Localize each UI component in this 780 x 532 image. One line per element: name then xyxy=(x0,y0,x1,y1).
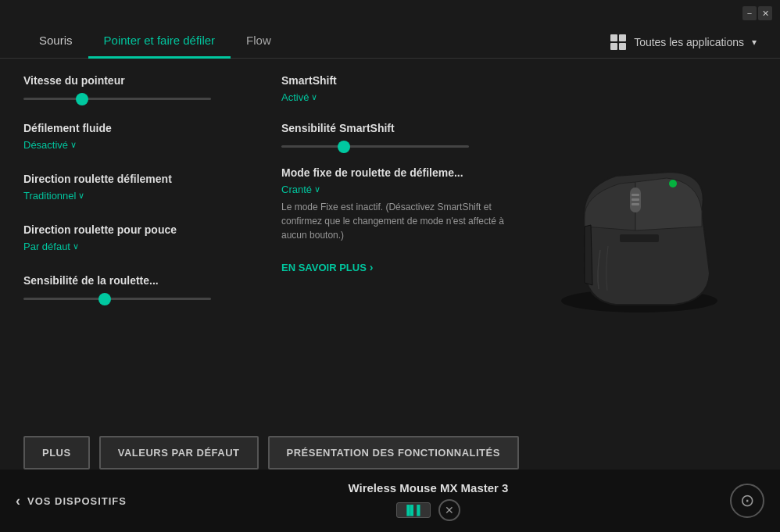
fluid-scroll-chevron-icon: ∨ xyxy=(70,140,77,150)
tab-pointer[interactable]: Pointer et faire défiler xyxy=(88,24,231,59)
svg-rect-9 xyxy=(620,234,659,242)
svg-point-8 xyxy=(669,180,677,187)
svg-rect-3 xyxy=(632,198,639,201)
scroll-sensitivity-group: Sensibilité de la roulette... xyxy=(23,274,266,300)
back-label: VOS DISPOSITIFS xyxy=(27,495,127,507)
pointer-speed-slider[interactable] xyxy=(23,98,211,100)
pointer-speed-thumb[interactable] xyxy=(76,93,88,105)
learn-more-label: EN SAVOIR PLUS xyxy=(281,262,367,273)
back-button[interactable]: ‹ VOS DISPOSITIFS xyxy=(16,493,127,509)
reset-button[interactable]: VALEURS PAR DÉFAUT xyxy=(99,436,259,470)
fluid-scroll-group: Défilement fluide Désactivé ∨ xyxy=(23,122,266,151)
close-button[interactable]: ✕ xyxy=(758,6,772,20)
presentation-button[interactable]: PRÉSENTATION DES FONCTIONNALITÉS xyxy=(268,436,519,470)
svg-rect-2 xyxy=(632,194,639,196)
device-name: Wireless Mouse MX Master 3 xyxy=(349,481,509,495)
scroll-sensitivity-thumb[interactable] xyxy=(98,293,111,305)
mouse-svg xyxy=(538,156,741,328)
scroll-direction-value[interactable]: Traditionnel ∨ xyxy=(23,190,266,202)
scroll-sensitivity-slider[interactable] xyxy=(23,298,211,300)
device-icons: ▐▌▌ ✕ xyxy=(396,499,460,521)
fixed-mode-info: Le mode Fixe est inactif. (Désactivez Sm… xyxy=(281,200,516,242)
scroll-direction-chevron-icon: ∨ xyxy=(78,191,84,201)
smartshift-chevron-icon: ∨ xyxy=(311,92,317,102)
thumb-wheel-dir-chevron-icon: ∨ xyxy=(73,241,79,252)
fixed-mode-chevron-icon: ∨ xyxy=(314,184,320,195)
smartshift-value[interactable]: Activé ∨ xyxy=(281,91,757,103)
thumb-wheel-dir-label: Direction roulette pour pouce xyxy=(23,223,266,236)
bottom-buttons: PLUS VALEURS PAR DÉFAUT PRÉSENTATION DES… xyxy=(23,436,519,470)
smartshift-sens-group: Sensibilité SmartShift xyxy=(281,122,757,148)
mouse-illustration-area xyxy=(538,156,757,344)
pointer-speed-group: Vitesse du pointeur xyxy=(23,74,266,100)
scroll-direction-label: Direction roulette défilement xyxy=(23,173,266,185)
tab-souris[interactable]: Souris xyxy=(23,24,88,59)
title-bar: − ✕ xyxy=(735,0,780,27)
avatar-icon: ⊙ xyxy=(740,491,754,511)
smartshift-sensitivity-thumb[interactable] xyxy=(338,141,350,153)
battery-icon: ▐▌▌ xyxy=(396,502,431,518)
scroll-sensitivity-label: Sensibilité de la roulette... xyxy=(23,274,266,287)
svg-rect-4 xyxy=(632,203,639,205)
thumb-wheel-dir-group: Direction roulette pour pouce Par défaut… xyxy=(23,223,266,252)
footer: ‹ VOS DISPOSITIFS Wireless Mouse MX Mast… xyxy=(0,470,780,532)
avatar[interactable]: ⊙ xyxy=(730,484,764,518)
fluid-scroll-value[interactable]: Désactivé ∨ xyxy=(23,139,266,151)
back-arrow-icon: ‹ xyxy=(16,493,21,509)
smartshift-label: SmartShift xyxy=(281,74,757,87)
thumb-wheel-dir-value[interactable]: Par défaut ∨ xyxy=(23,241,266,252)
nav-right: Toutes les applications ▾ xyxy=(610,34,757,58)
top-nav: Souris Pointer et faire défiler Flow Tou… xyxy=(0,0,780,59)
grid-icon xyxy=(610,34,626,50)
pointer-speed-label: Vitesse du pointeur xyxy=(23,74,266,87)
fluid-scroll-label: Défilement fluide xyxy=(23,122,266,134)
smartshift-sensitivity-slider[interactable] xyxy=(281,145,469,148)
scroll-direction-group: Direction roulette défilement Traditionn… xyxy=(23,173,266,202)
connection-icon: ✕ xyxy=(438,499,460,521)
left-column: Vitesse du pointeur Défilement fluide Dé… xyxy=(23,74,266,407)
learn-more-arrow-icon: › xyxy=(370,261,374,273)
minimize-button[interactable]: − xyxy=(742,6,757,20)
tab-flow[interactable]: Flow xyxy=(231,24,287,59)
smartshift-group: SmartShift Activé ∨ xyxy=(281,74,757,103)
smartshift-sens-label: Sensibilité SmartShift xyxy=(281,122,757,134)
apps-label[interactable]: Toutes les applications xyxy=(634,36,744,48)
plus-button[interactable]: PLUS xyxy=(23,436,90,470)
footer-center: Wireless Mouse MX Master 3 ▐▌▌ ✕ xyxy=(127,481,730,521)
apps-chevron-icon[interactable]: ▾ xyxy=(752,37,757,48)
